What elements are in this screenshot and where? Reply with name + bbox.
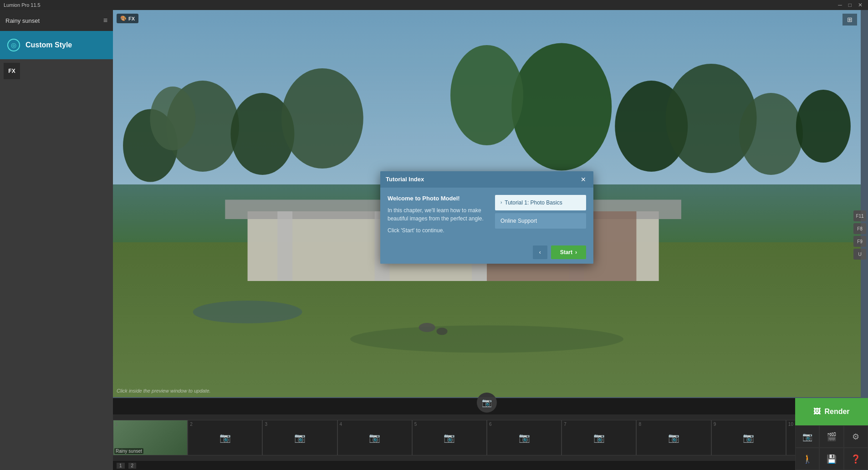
- slot-label-1: Rainy sunset: [114, 448, 143, 454]
- slot-number-10: 10: [788, 422, 793, 427]
- project-name: Rainy sunset: [5, 17, 40, 24]
- slot-camera-icon-6: 📷: [519, 432, 530, 443]
- save-tool[interactable]: 💾: [819, 448, 843, 470]
- slot-number-2: 2: [190, 422, 193, 427]
- timeline-slot-8[interactable]: 8 📷: [636, 420, 711, 455]
- timeline: 📷 1 Rainy sunset 2 📷 3 📷 4 📷 5 📷: [113, 398, 861, 470]
- render-label: Render: [824, 408, 849, 416]
- window-controls[interactable]: ─ □ ✕: [836, 2, 864, 8]
- timeline-slot-9[interactable]: 9 📷: [711, 420, 786, 455]
- render-button[interactable]: 🖼 Render: [795, 398, 868, 425]
- timeline-slot-5[interactable]: 5 📷: [412, 420, 487, 455]
- titlebar: Lumion Pro 11.5 ─ □ ✕: [0, 0, 868, 10]
- slot-camera-icon-2: 📷: [220, 432, 231, 443]
- timeline-slot-6[interactable]: 6 📷: [487, 420, 562, 455]
- start-label: Start: [560, 249, 572, 255]
- slot-number-1: 1: [115, 422, 118, 427]
- timeline-slot-7[interactable]: 7 📷: [562, 420, 636, 455]
- slot-number-7: 7: [564, 422, 567, 427]
- chevron-icon: ›: [500, 200, 502, 205]
- dialog-description: In this chapter, we'll learn how to make…: [388, 206, 488, 223]
- slot-number-6: 6: [489, 422, 492, 427]
- maximize-button[interactable]: □: [847, 2, 853, 8]
- minimize-button[interactable]: ─: [836, 2, 844, 8]
- sidebar: Rainy sunset ≡ ◎ Custom Style FX: [0, 10, 113, 470]
- sidebar-menu-icon[interactable]: ≡: [103, 16, 107, 25]
- custom-style-label: Custom Style: [26, 41, 72, 49]
- person-tool[interactable]: 🚶: [795, 448, 819, 470]
- sidebar-item-custom-style[interactable]: ◎ Custom Style: [0, 31, 113, 59]
- slot-number-4: 4: [340, 422, 342, 427]
- start-chevron-icon: ›: [575, 249, 577, 255]
- video-tool[interactable]: 🎬: [819, 425, 843, 448]
- dialog-left-panel: Welcome to Photo Model! In this chapter,…: [388, 195, 488, 234]
- timeline-footer: 1 2: [113, 461, 861, 470]
- dialog-body: Welcome to Photo Model! In this chapter,…: [380, 188, 593, 241]
- dialog-instruction: Click 'Start' to continue.: [388, 227, 488, 234]
- tutorial-item-label: Tutorial 1: Photo Basics: [505, 199, 562, 206]
- slot-camera-icon-7: 📷: [593, 432, 605, 443]
- slot-camera-icon-3: 📷: [294, 432, 306, 443]
- slot-number-8: 8: [638, 422, 641, 427]
- timeline-slot-2[interactable]: 2 📷: [188, 420, 262, 455]
- timeline-header: 📷: [113, 398, 861, 414]
- dialog-close-button[interactable]: ✕: [579, 175, 588, 184]
- timeline-slot-1[interactable]: 1 Rainy sunset: [113, 420, 188, 455]
- help-tool[interactable]: ❓: [844, 448, 868, 470]
- custom-style-icon: ◎: [7, 39, 20, 51]
- viewport-background: 🎨 FX ⊞ Click inside the preview window t…: [113, 10, 861, 397]
- render-panel: 🖼 Render 📷 🎬 ⚙ 🚶 💾 ❓: [795, 398, 868, 470]
- back-button[interactable]: ‹: [533, 245, 547, 259]
- sidebar-header: Rainy sunset ≡: [0, 10, 113, 31]
- timeline-slot-4[interactable]: 4 📷: [337, 420, 412, 455]
- timeline-track: 1 Rainy sunset 2 📷 3 📷 4 📷 5 📷 6 📷: [113, 414, 861, 461]
- dialog-overlay: Tutorial Index ✕ Welcome to Photo Model!…: [113, 10, 861, 397]
- dialog-right-panel: › Tutorial 1: Photo Basics Online Suppor…: [495, 195, 586, 234]
- dialog-title: Tutorial Index: [386, 176, 424, 183]
- fx-sidebar-button[interactable]: FX: [4, 63, 20, 79]
- slot-number-3: 3: [265, 422, 267, 427]
- main-viewport[interactable]: 🎨 FX ⊞ Click inside the preview window t…: [113, 10, 861, 397]
- dialog-welcome-title: Welcome to Photo Model!: [388, 195, 488, 202]
- slot-thumb-1: Rainy sunset: [113, 420, 187, 455]
- dialog-titlebar: Tutorial Index ✕: [380, 171, 593, 188]
- slot-number-5: 5: [414, 422, 417, 427]
- online-support-label: Online Support: [500, 218, 537, 224]
- dialog-footer: ‹ Start ›: [380, 241, 593, 264]
- tutorial-list-item-1[interactable]: Online Support: [495, 213, 586, 229]
- slot-camera-icon-5: 📷: [444, 432, 455, 443]
- close-button[interactable]: ✕: [856, 2, 864, 8]
- settings-tool[interactable]: ⚙: [844, 425, 868, 448]
- camera-tool[interactable]: 📷: [795, 425, 819, 448]
- app-title: Lumion Pro 11.5: [4, 2, 41, 8]
- page-2-button[interactable]: 2: [128, 463, 137, 469]
- render-icon: 🖼: [813, 408, 821, 416]
- slot-camera-icon-4: 📷: [369, 432, 380, 443]
- tutorial-dialog: Tutorial Index ✕ Welcome to Photo Model!…: [380, 171, 593, 264]
- timeline-slot-3[interactable]: 3 📷: [262, 420, 337, 455]
- tutorial-list-item-0[interactable]: › Tutorial 1: Photo Basics: [495, 195, 586, 210]
- page-1-button[interactable]: 1: [117, 463, 125, 469]
- slot-number-9: 9: [714, 422, 716, 427]
- render-tools-grid: 📷 🎬 ⚙ 🚶 💾 ❓: [795, 425, 868, 470]
- start-button[interactable]: Start ›: [551, 245, 586, 259]
- slot-camera-icon-8: 📷: [668, 432, 679, 443]
- slot-camera-icon-9: 📷: [743, 432, 754, 443]
